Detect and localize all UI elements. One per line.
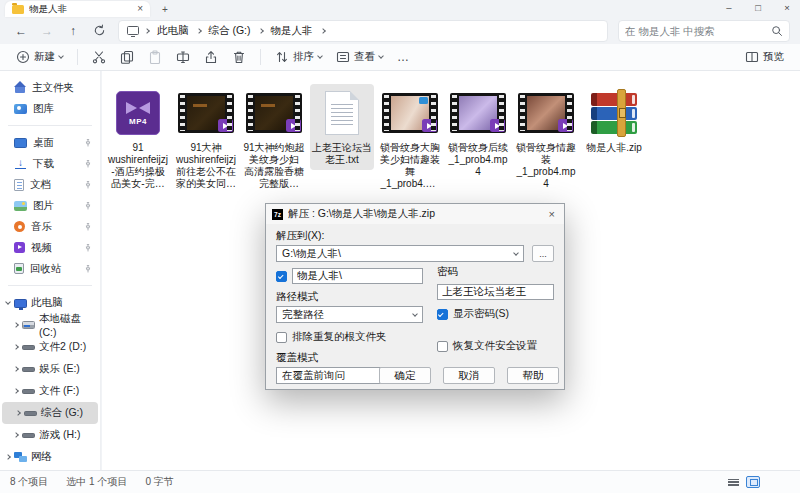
breadcrumb-current-folder[interactable]: 物是人非: [269, 24, 315, 38]
chevron-right-icon[interactable]: [13, 388, 19, 394]
maximize-button[interactable]: □: [753, 2, 763, 13]
exclude-duplicate-root-checkbox[interactable]: [276, 332, 287, 343]
preview-button[interactable]: 预览: [739, 46, 790, 68]
new-tab-button[interactable]: +: [162, 5, 168, 17]
text-file-icon: [325, 91, 359, 135]
view-button[interactable]: 查看: [330, 46, 389, 68]
file-item-mp4[interactable]: MP4 91 wushirenfeijzj-酒店约操极品美女-完整版_3_iri…: [106, 84, 170, 194]
sidebar-item-music[interactable]: 音乐: [0, 216, 100, 237]
rename-icon: [176, 50, 190, 64]
pin-icon: [84, 265, 92, 273]
close-button[interactable]: ×: [782, 2, 792, 13]
cut-icon: [92, 50, 106, 64]
back-button[interactable]: ←: [10, 21, 32, 41]
delete-button[interactable]: [226, 46, 252, 68]
rename-button[interactable]: [170, 46, 196, 68]
help-button[interactable]: 帮助: [507, 367, 559, 384]
sidebar-item-label: 桌面: [33, 136, 54, 150]
path-mode-select[interactable]: 完整路径: [276, 306, 423, 323]
sidebar-item-this-pc[interactable]: 此电脑: [0, 292, 100, 314]
sidebar-item-network[interactable]: 网络: [0, 446, 100, 468]
chevron-right-icon[interactable]: [5, 454, 11, 460]
show-password-checkbox[interactable]: [437, 309, 448, 320]
file-item-video[interactable]: 锁骨纹身后续_1_prob4.mp4: [446, 84, 510, 182]
minimize-button[interactable]: –: [724, 2, 734, 13]
selection-info: 选中 1 个项目: [66, 475, 127, 489]
search-input[interactable]: [625, 25, 771, 37]
refresh-icon: [93, 24, 106, 37]
cancel-button[interactable]: 取消: [443, 367, 495, 384]
restore-security-checkbox[interactable]: [437, 341, 448, 352]
sidebar-item-label: 主文件夹: [32, 81, 74, 95]
pictures-icon: [14, 201, 27, 211]
chevron-down-icon: [58, 53, 64, 59]
forward-button[interactable]: →: [36, 21, 58, 41]
recycle-bin-icon: [14, 263, 24, 274]
tab-close-icon[interactable]: ×: [137, 4, 143, 14]
sidebar-item-label: 视频: [31, 241, 52, 255]
refresh-button[interactable]: [88, 21, 110, 41]
video-thumbnail: [382, 93, 438, 133]
sidebar-item-downloads[interactable]: ↓ 下载: [0, 153, 100, 174]
search-icon: [771, 25, 783, 37]
sidebar-item-recycle-bin[interactable]: 回收站: [0, 258, 100, 279]
breadcrumb-this-pc[interactable]: 此电脑: [155, 24, 191, 38]
drive-icon: [22, 321, 35, 329]
cut-button[interactable]: [86, 46, 112, 68]
file-name: 锁骨纹身情趣装_1_prob4.mp4: [515, 142, 577, 190]
browse-button[interactable]: ...: [532, 245, 554, 262]
sort-button[interactable]: 排序: [269, 46, 328, 68]
subfolder-checkbox[interactable]: [276, 271, 287, 282]
up-button[interactable]: ↑: [62, 21, 84, 41]
sidebar-item-drive-f[interactable]: 文件 (F:): [0, 380, 100, 402]
tab-active[interactable]: 物是人非 ×: [5, 1, 150, 17]
sidebar-item-drive-c[interactable]: 本地磁盘 (C:): [0, 314, 100, 336]
sidebar-item-drive-d[interactable]: 文件2 (D:): [0, 336, 100, 358]
dialog-close-button[interactable]: ×: [546, 208, 558, 220]
chevron-right-icon[interactable]: [13, 366, 19, 372]
file-name: 锁骨纹身后续_1_prob4.mp4: [447, 142, 509, 178]
list-view-toggle[interactable]: [727, 477, 740, 488]
sidebar-item-drive-g[interactable]: 综合 (G:): [2, 402, 98, 424]
chevron-down-icon[interactable]: [5, 299, 11, 305]
breadcrumb[interactable]: 此电脑 综合 (G:) 物是人非: [118, 20, 608, 42]
chevron-right-icon: [320, 28, 326, 34]
file-item-zip[interactable]: 物是人非.zip: [582, 84, 646, 158]
play-badge-icon: [286, 119, 301, 132]
chevron-right-icon[interactable]: [15, 410, 21, 416]
file-item-video[interactable]: 91大神约炮超美纹身少妇 高清露脸香糖完整版_1_chf3_prob...: [242, 84, 306, 194]
dialog-title-bar[interactable]: 7z 解压 : G:\物是人非\物是人非.zip ×: [266, 204, 564, 224]
destination-combobox[interactable]: G:\物是人非\: [276, 245, 524, 262]
thumbnail-view-toggle[interactable]: [746, 476, 760, 488]
chevron-right-icon[interactable]: [13, 344, 19, 350]
chevron-right-icon[interactable]: [13, 432, 19, 438]
sidebar-item-gallery[interactable]: 图库: [0, 98, 100, 119]
sidebar-item-home[interactable]: 主文件夹: [0, 77, 100, 98]
sidebar-item-videos[interactable]: 视频: [0, 237, 100, 258]
sidebar-item-documents[interactable]: 文档: [0, 174, 100, 195]
chevron-right-icon[interactable]: [13, 322, 19, 328]
copy-button[interactable]: [114, 46, 140, 68]
file-item-video[interactable]: 91大神 wushirenfeijzj 前往老公不在家的美女同事家...: [174, 84, 238, 194]
sidebar-item-pictures[interactable]: 图片: [0, 195, 100, 216]
network-icon: [14, 452, 27, 462]
tab-title: 物是人非: [29, 3, 132, 16]
file-item-txt-selected[interactable]: 上老王论坛当老王.txt: [310, 84, 374, 170]
sidebar-item-drive-h[interactable]: 游戏 (H:): [0, 424, 100, 446]
paste-button[interactable]: [142, 46, 168, 68]
sidebar-item-desktop[interactable]: 桌面: [0, 132, 100, 153]
password-input[interactable]: [437, 284, 554, 300]
restore-security-label: 恢复文件安全设置: [453, 339, 537, 353]
play-badge-icon: [490, 119, 505, 132]
sidebar-item-drive-e[interactable]: 娱乐 (E:): [0, 358, 100, 380]
file-item-video[interactable]: 锁骨纹身大胸美少妇情趣装舞_1_prob4.mp4: [378, 84, 442, 194]
file-item-video[interactable]: 锁骨纹身情趣装_1_prob4.mp4: [514, 84, 578, 194]
breadcrumb-drive-g[interactable]: 综合 (G:): [207, 24, 253, 38]
ok-button[interactable]: 确定: [379, 367, 431, 384]
view-toggles: [727, 476, 760, 488]
share-button[interactable]: [198, 46, 224, 68]
more-options-button[interactable]: …: [391, 50, 416, 64]
new-button[interactable]: 新建: [10, 46, 69, 68]
document-icon: [14, 179, 24, 191]
subfolder-input[interactable]: [292, 268, 423, 284]
